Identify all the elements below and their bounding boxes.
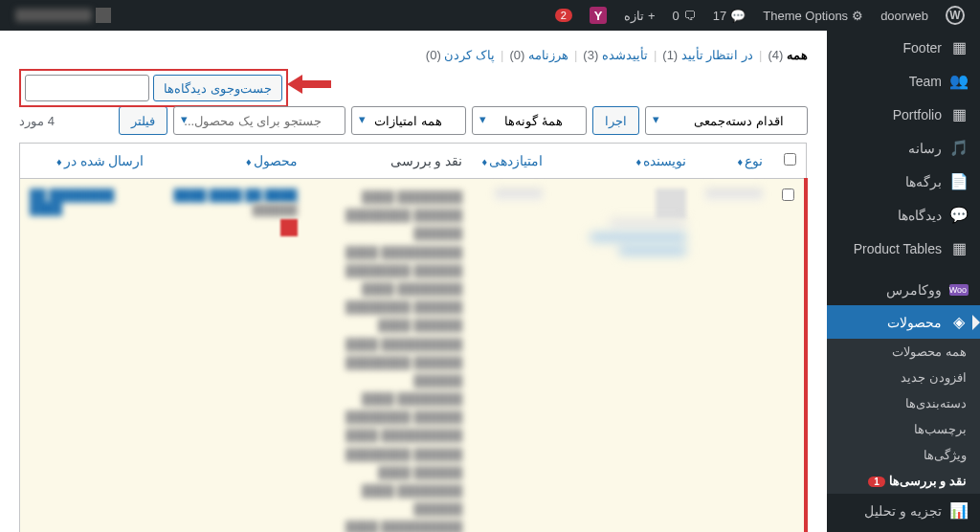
status-filter-links: همه (4) | در انتظار تأیید (1) | تأییدشده… [19, 40, 808, 70]
select-all-checkbox[interactable] [784, 153, 796, 166]
annotation-arrow [278, 71, 335, 96]
submenu-categories[interactable]: دسته‌بندی‌ها [827, 390, 980, 416]
reviews-table: نوع♦ نویسنده♦ امتیازدهی♦ نقد و بررسی محص… [19, 143, 808, 532]
admin-sidebar: ▦Footer 👥Team ▦Portfolio 🎵رسانه 📄برگه‌ها… [827, 31, 980, 532]
filter-pending[interactable]: در انتظار تأیید [681, 48, 753, 62]
comments-count[interactable]: 💬17 [705, 0, 753, 31]
filter-spam[interactable]: هرزنامه [528, 48, 568, 62]
filter-all[interactable]: همه [787, 48, 808, 62]
submenu-reviews[interactable]: نقد و بررسی‌ها1 [827, 468, 980, 494]
search-comments-button[interactable]: جست‌وجوی دیدگاه‌ها [153, 75, 282, 101]
table-row: ████████ ████ ██████ ████████ ██████ ███… [20, 179, 807, 533]
sidebar-item-marketing[interactable]: 📢بازاریابی [827, 527, 980, 532]
col-review: نقد و بررسی [307, 144, 473, 179]
product-search-input[interactable] [173, 106, 345, 135]
new-content[interactable]: +تازه [616, 0, 663, 31]
bulk-action-select[interactable]: اقدام دسته‌جمعی [645, 106, 808, 135]
sidebar-item-woocommerce[interactable]: Wooووکامرس [827, 275, 980, 305]
filter-trash[interactable]: پاک کردن [444, 48, 495, 62]
sidebar-item-media[interactable]: 🎵رسانه [827, 131, 980, 165]
bubble-count[interactable]: 🗨0 [665, 0, 703, 31]
wp-logo[interactable]: W [938, 0, 972, 31]
site-name[interactable] [8, 0, 119, 31]
sidebar-item-footer[interactable]: ▦Footer [827, 31, 980, 64]
submenu-all-products[interactable]: همه محصولات [827, 339, 980, 365]
col-author[interactable]: نویسنده♦ [552, 144, 696, 179]
products-submenu: همه محصولات افزودن جدید دسته‌بندی‌ها برچ… [827, 339, 980, 494]
row-checkbox[interactable] [782, 188, 794, 201]
search-comments-input[interactable] [25, 75, 149, 101]
rating-filter-select[interactable]: همه امتیازات [351, 106, 466, 135]
sidebar-item-team[interactable]: 👥Team [827, 64, 980, 98]
author-avatar [656, 188, 686, 219]
submenu-attributes[interactable]: ویژگی‌ها [827, 442, 980, 468]
items-count: 4 مورد [19, 114, 55, 128]
type-filter-select[interactable]: همهٔ گونه‌ها [472, 106, 587, 135]
sidebar-item-products[interactable]: ◈محصولات [827, 305, 980, 339]
filter-approved[interactable]: تأییدشده [602, 48, 648, 62]
sidebar-item-portfolio[interactable]: ▦Portfolio [827, 98, 980, 131]
sidebar-item-pages[interactable]: 📄برگه‌ها [827, 165, 980, 198]
sidebar-item-product-tables[interactable]: ▦Product Tables [827, 232, 980, 265]
filter-button[interactable]: فیلتر [119, 106, 167, 135]
admin-topbar: W doorweb ⚙Theme Options 💬17 🗨0 +تازه Y … [0, 0, 980, 31]
sidebar-item-comments[interactable]: 💬دیدگاه‌ها [827, 198, 980, 232]
submenu-tags[interactable]: برچسب‌ها [827, 416, 980, 442]
main-content: جست‌وجوی دیدگاه‌ها همه (4) | در انتظار ت… [0, 31, 827, 532]
bulk-apply-button[interactable]: اجرا [592, 106, 639, 135]
col-date[interactable]: ارسال شده در♦ [20, 144, 154, 179]
col-rating[interactable]: امتیازدهی♦ [472, 144, 552, 179]
theme-options-link[interactable]: ⚙Theme Options [755, 0, 871, 31]
notifications[interactable]: 2 [547, 0, 580, 31]
col-product[interactable]: محصول♦ [154, 144, 307, 179]
search-box-highlight: جست‌وجوی دیدگاه‌ها [19, 69, 288, 107]
submenu-add-new[interactable]: افزودن جدید [827, 365, 980, 390]
yoast-icon[interactable]: Y [582, 0, 614, 31]
user-howdy[interactable]: doorweb [873, 0, 936, 31]
sidebar-item-analytics[interactable]: 📊تجزیه و تحلیل [827, 494, 980, 527]
col-type[interactable]: نوع♦ [696, 144, 772, 179]
